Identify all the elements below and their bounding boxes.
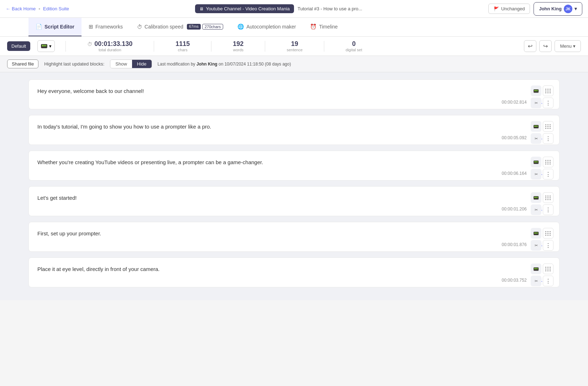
block-menu-button[interactable]: ⋮ [543,276,553,286]
tab-frameworks-label: Frameworks [95,24,123,30]
scissors-button[interactable]: ✂ [531,169,541,179]
flag-icon: 🚩 [494,6,499,11]
tab-frameworks[interactable]: ⊞ Frameworks [82,18,130,36]
stat-chars-label: chars [178,48,188,52]
action-row-bottom: ✂ ⋮ [531,240,553,251]
scissors-button[interactable]: ✂ [531,240,541,251]
stats-divider-1 [65,41,66,52]
user-name: John King [539,6,562,11]
stats-divider-2 [154,41,154,52]
highlight-label: Highlight last updated blocks: [44,61,104,67]
tab-autocompletion[interactable]: 🌐 Autocompletion maker [230,18,303,36]
modification-user: John King [196,62,217,67]
action-row-top: 📟 [531,157,553,167]
tab-script-editor[interactable]: 📄 Script Editor [28,18,82,36]
block-menu-button[interactable]: ⋮ [543,98,553,108]
user-button[interactable]: John King JK ▾ [534,2,582,16]
show-button[interactable]: Show [110,60,132,68]
block-actions: 📟 ✂ ⋮ [531,121,553,144]
default-button[interactable]: Default [7,41,30,51]
teleprompter-button[interactable]: 📟 ▾ [37,40,55,52]
show-hide-toggle: Show Hide [110,59,152,68]
tab-calibration-speed[interactable]: ⏱ Calibration speed 67ms 270chars [130,18,230,36]
block-timestamp: 00:00:05.092 [502,135,527,140]
dots-grid-icon [545,231,551,236]
dots-grid-icon [545,124,551,129]
tab-autocompletion-label: Autocompletion maker [246,24,296,30]
scissors-button[interactable]: ✂ [531,276,541,286]
dots-grid-icon [545,195,551,200]
teleprompter-block-icon[interactable]: 📟 [531,157,541,167]
block-menu-button[interactable]: ⋮ [543,240,553,251]
action-row-top: 📟 [531,264,553,274]
teleprompter-block-icon[interactable]: 📟 [531,228,541,239]
stats-divider-4 [265,41,265,52]
undo-button[interactable]: ↩ [524,40,536,52]
redo-button[interactable]: ↪ [539,40,552,52]
scissors-button[interactable]: ✂ [531,98,541,108]
more-options-button[interactable] [543,157,553,167]
stat-duration-label: total duration [99,48,121,52]
action-row-top: 📟 [531,85,553,96]
block-meta: 00:00:02.814 42 1.005 [37,100,551,105]
channel-badge: 🖥 Youtube Channel - Video Creation Mania [195,4,294,13]
block-timestamp: 00:00:02.814 [502,100,527,105]
user-initials: JK [566,7,571,11]
dots-grid-icon [545,267,551,271]
block-meta: 00:00:05.092 76 1.005 [37,135,551,140]
unchanged-button[interactable]: 🚩 Unchanged [488,4,530,14]
more-options-button[interactable] [543,228,553,239]
block-menu-button[interactable]: ⋮ [543,204,553,215]
block-menu-button[interactable]: ⋮ [543,133,553,144]
more-options-button[interactable] [543,264,553,274]
action-row-bottom: ✂ ⋮ [531,98,553,108]
teleprompter-block-icon[interactable]: 📟 [531,121,541,132]
shared-file-button[interactable]: Shared file [7,59,38,68]
block-timestamp: 00:00:01.876 [502,242,527,247]
block-actions: 📟 ✂ ⋮ [531,85,553,108]
more-options-button[interactable] [543,85,553,96]
calibration-icon: ⏱ [137,24,142,30]
stat-sentences-value: 19 [291,40,298,48]
edition-suite-link[interactable]: Edition Suite [43,6,69,11]
more-options-button[interactable] [543,121,553,132]
block-timestamp: 00:00:01.206 [502,207,527,212]
script-block: In today's tutorial, I'm going to show y… [28,115,560,145]
teleprompter-block-icon[interactable]: 📟 [531,264,541,274]
monitor-icon: 🖥 [199,6,204,11]
stat-words: 192 words [222,40,254,52]
stat-chars: 1115 chars [165,40,200,52]
modification-date: on 10/07/2024 11:18:50 (08 days ago) [219,62,291,67]
teleprompter-block-icon[interactable]: 📟 [531,192,541,203]
more-options-button[interactable] [543,192,553,203]
stat-digital-set-label: digital set [346,48,362,52]
stats-divider-3 [211,41,211,52]
menu-button[interactable]: Menu ▾ [555,40,581,52]
block-actions: 📟 ✂ ⋮ [531,192,553,215]
script-block: Whether you're creating YouTube videos o… [28,151,560,181]
block-meta: 00:00:01.876 28 1.005 [37,242,551,247]
modification-prefix: Last modification by [158,62,195,67]
block-timestamp: 00:00:06.164 [502,171,527,176]
tab-bar: 📄 Script Editor ⊞ Frameworks ⏱ Calibrati… [0,18,588,37]
block-menu-button[interactable]: ⋮ [543,169,553,179]
calibration-badges: 67ms 270chars [187,24,223,30]
back-home-link[interactable]: Back Home [6,6,36,11]
stat-digital-set-value: 0 [352,40,356,48]
hide-button[interactable]: Hide [132,60,152,68]
stats-bar: Default 📟 ▾ ⏱ 00:01:33.130 total duratio… [0,37,588,56]
chevron-down-icon-2: ▾ [49,43,52,49]
script-block: Let's get started! 📟 ✂ ⋮ 00:00:01.206 [28,186,560,216]
stat-duration-value: 00:01:33.130 [94,40,132,48]
top-bar-center: 🖥 Youtube Channel - Video Creation Mania… [195,4,362,13]
scissors-button[interactable]: ✂ [531,204,541,215]
autocompletion-icon: 🌐 [237,24,244,30]
teleprompter-block-icon[interactable]: 📟 [531,85,541,96]
scissors-button[interactable]: ✂ [531,133,541,144]
stat-sentences-label: sentence [287,48,303,52]
tab-script-editor-label: Script Editor [44,24,74,30]
action-row-top: 📟 [531,121,553,132]
block-text: Hey everyone, welcome back to our channe… [37,87,551,95]
timeline-icon: ⏰ [310,24,317,30]
tab-timeline[interactable]: ⏰ Timeline [303,18,345,36]
